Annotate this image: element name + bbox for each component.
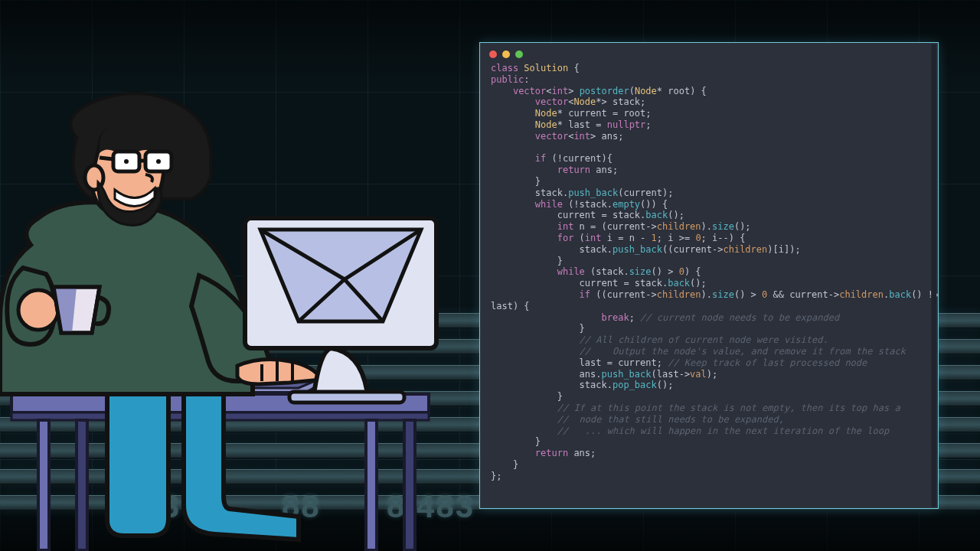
svg-rect-15 bbox=[289, 392, 404, 403]
minimize-button[interactable] bbox=[502, 51, 510, 58]
zoom-button[interactable] bbox=[515, 51, 523, 58]
code-content[interactable]: class Solution { public: vector<int> pos… bbox=[480, 63, 938, 492]
svg-point-6 bbox=[18, 290, 58, 330]
code-editor-window: class Solution { public: vector<int> pos… bbox=[479, 42, 939, 509]
svg-point-12 bbox=[124, 159, 129, 164]
window-traffic-lights bbox=[480, 43, 938, 63]
svg-rect-4 bbox=[366, 420, 377, 550]
svg-rect-3 bbox=[77, 420, 87, 550]
close-button[interactable] bbox=[489, 51, 497, 58]
programmer-illustration bbox=[0, 92, 475, 551]
svg-line-11 bbox=[100, 158, 113, 159]
svg-point-13 bbox=[156, 159, 161, 164]
svg-rect-5 bbox=[404, 420, 415, 550]
svg-rect-2 bbox=[38, 420, 49, 550]
